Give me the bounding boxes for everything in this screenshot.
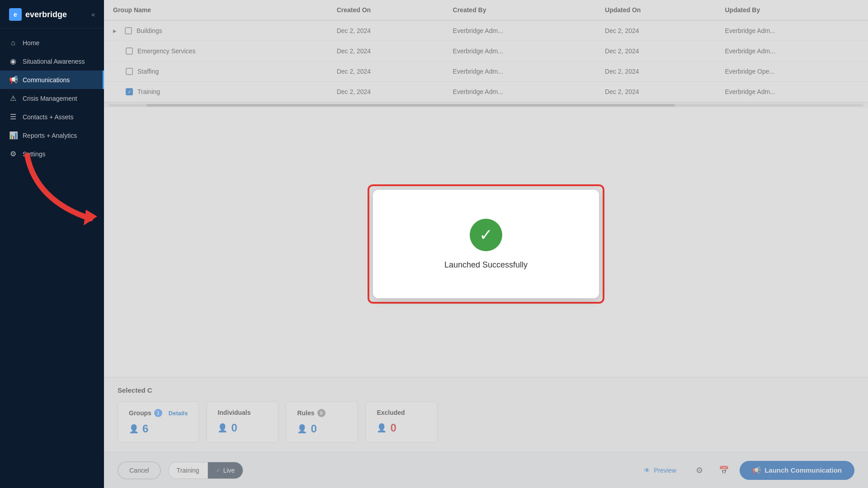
modal-overlay: ✓ Launched Successfully xyxy=(104,0,868,488)
sidebar-item-communications[interactable]: 📢 Communications xyxy=(0,70,104,89)
home-icon: ⌂ xyxy=(9,39,17,47)
main-content: Group Name Created On Created By Updated… xyxy=(104,0,868,488)
logo-label: everbridge xyxy=(25,10,67,19)
sidebar: e everbridge « ⌂ Home ◉ Situational Awar… xyxy=(0,0,104,488)
contacts-assets-icon: ☰ xyxy=(9,113,17,121)
nav-items: ⌂ Home ◉ Situational Awareness 📢 Communi… xyxy=(0,28,104,488)
sidebar-item-label: Situational Awareness xyxy=(23,58,85,65)
sidebar-item-home[interactable]: ⌂ Home xyxy=(0,34,104,52)
success-modal: ✓ Launched Successfully xyxy=(373,190,599,298)
collapse-button[interactable]: « xyxy=(91,11,95,18)
logo: e everbridge xyxy=(9,8,67,21)
sidebar-item-label: Communications xyxy=(23,76,70,84)
situational-awareness-icon: ◉ xyxy=(9,57,17,66)
crisis-management-icon: ⚠ xyxy=(9,94,17,103)
sidebar-item-crisis-management[interactable]: ⚠ Crisis Management xyxy=(0,89,104,108)
sidebar-item-contacts-assets[interactable]: ☰ Contacts + Assets xyxy=(0,108,104,126)
success-message: Launched Successfully xyxy=(444,260,528,270)
communications-icon: 📢 xyxy=(9,75,17,84)
sidebar-item-reports-analytics[interactable]: 📊 Reports + Analytics xyxy=(0,126,104,145)
settings-icon: ⚙ xyxy=(9,150,17,158)
logo-icon: e xyxy=(9,8,22,21)
reports-icon: 📊 xyxy=(9,131,17,140)
sidebar-item-label: Home xyxy=(23,39,39,47)
svg-marker-0 xyxy=(84,210,97,225)
sidebar-item-situational-awareness[interactable]: ◉ Situational Awareness xyxy=(0,52,104,70)
sidebar-item-label: Crisis Management xyxy=(23,95,77,102)
success-modal-highlight: ✓ Launched Successfully xyxy=(368,184,604,304)
sidebar-item-label: Reports + Analytics xyxy=(23,132,77,139)
sidebar-item-label: Contacts + Assets xyxy=(23,113,73,121)
arrow-annotation xyxy=(18,146,118,237)
sidebar-logo: e everbridge « xyxy=(0,0,104,28)
success-icon: ✓ xyxy=(470,219,502,251)
